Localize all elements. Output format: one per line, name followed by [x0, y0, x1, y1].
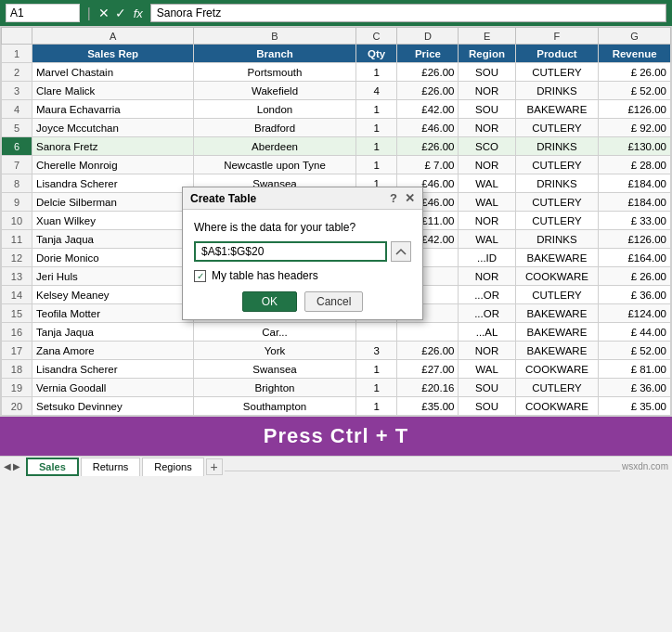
table-range-input[interactable]	[194, 241, 387, 262]
cell-revenue[interactable]: £ 35.00	[599, 397, 671, 416]
cell-revenue[interactable]: £ 26.00	[599, 267, 671, 286]
cell-price[interactable]	[397, 323, 459, 342]
cell-revenue[interactable]: £ 36.00	[599, 379, 671, 397]
col-header-f[interactable]: F	[515, 28, 599, 45]
cell-region[interactable]: ...AL	[459, 323, 515, 342]
cell-branch[interactable]: Aberdeen	[194, 137, 355, 156]
cell-product[interactable]: COOKWARE	[515, 397, 599, 416]
cell-region[interactable]: NOR	[459, 267, 515, 286]
cell-product[interactable]: BAKEWARE	[515, 249, 599, 267]
cell-revenue[interactable]: £ 44.00	[599, 323, 671, 342]
cell-branch[interactable]: Swansea	[194, 360, 355, 379]
cell-sales-rep[interactable]: Teofila Motter	[32, 304, 193, 323]
ok-button[interactable]: OK	[242, 291, 297, 312]
cancel-formula-icon[interactable]: ✕	[98, 6, 110, 20]
headers-checkbox[interactable]	[194, 270, 206, 282]
cell-revenue[interactable]: £ 36.00	[599, 286, 671, 304]
cell-qty[interactable]: 1	[355, 397, 397, 416]
cell-price[interactable]: £35.00	[397, 397, 459, 416]
cell-sales-rep[interactable]: Xuan Wilkey	[32, 212, 193, 230]
row-num-5[interactable]: 5	[2, 119, 32, 137]
cell-sales-rep[interactable]: Jeri Huls	[32, 267, 193, 286]
row-num-6[interactable]: 6	[2, 137, 32, 156]
col-header-c[interactable]: C	[355, 28, 397, 45]
cell-revenue[interactable]: £184.00	[599, 174, 671, 193]
cell-branch[interactable]: Southampton	[194, 397, 355, 416]
cell-sales-rep[interactable]: Lisandra Scherer	[32, 174, 193, 193]
cell-revenue[interactable]: £126.00	[599, 230, 671, 249]
header-product[interactable]: Product	[515, 45, 599, 63]
row-num-16[interactable]: 16	[2, 323, 32, 342]
cell-sales-rep[interactable]: Joyce Mccutchan	[32, 119, 193, 137]
cell-qty[interactable]: 3	[355, 342, 397, 360]
formula-input[interactable]: Sanora Fretz	[150, 4, 666, 22]
cell-product[interactable]: DRINKS	[515, 82, 599, 100]
cell-price[interactable]: £27.00	[397, 360, 459, 379]
cell-region[interactable]: SOU	[459, 63, 515, 82]
row-num-3[interactable]: 3	[2, 82, 32, 100]
row-num-9[interactable]: 9	[2, 193, 32, 212]
cell-product[interactable]: CUTLERY	[515, 119, 599, 137]
col-header-e[interactable]: E	[459, 28, 515, 45]
sheet-tab-regions[interactable]: Regions	[142, 458, 203, 476]
cell-qty[interactable]: 1	[355, 100, 397, 119]
row-num-12[interactable]: 12	[2, 249, 32, 267]
cell-qty[interactable]: 1	[355, 119, 397, 137]
row-num-10[interactable]: 10	[2, 212, 32, 230]
cell-price[interactable]: £26.00	[397, 82, 459, 100]
cell-branch[interactable]: Car...	[194, 323, 355, 342]
cell-qty[interactable]: 4	[355, 82, 397, 100]
cell-revenue[interactable]: £164.00	[599, 249, 671, 267]
cell-product[interactable]: DRINKS	[515, 137, 599, 156]
dialog-close-icon[interactable]: ✕	[405, 191, 415, 205]
cell-region[interactable]: SOU	[459, 379, 515, 397]
cell-qty[interactable]	[355, 323, 397, 342]
dialog-question-icon[interactable]: ?	[390, 191, 397, 205]
cell-sales-rep[interactable]: Setsuko Devinney	[32, 397, 193, 416]
confirm-formula-icon[interactable]: ✓	[115, 6, 126, 20]
cell-revenue[interactable]: £126.00	[599, 100, 671, 119]
cell-region[interactable]: WAL	[459, 360, 515, 379]
cell-branch[interactable]: Newcastle upon Tyne	[194, 156, 355, 174]
header-revenue[interactable]: Revenue	[599, 45, 671, 63]
row-num-8[interactable]: 8	[2, 174, 32, 193]
cell-product[interactable]: CUTLERY	[515, 286, 599, 304]
cell-product[interactable]: BAKEWARE	[515, 304, 599, 323]
cell-product[interactable]: DRINKS	[515, 230, 599, 249]
cell-price[interactable]: £26.00	[397, 137, 459, 156]
cell-branch[interactable]: Brighton	[194, 379, 355, 397]
cell-region[interactable]: SOU	[459, 100, 515, 119]
cell-region[interactable]: ...OR	[459, 304, 515, 323]
cell-region[interactable]: NOR	[459, 156, 515, 174]
cell-region[interactable]: NOR	[459, 342, 515, 360]
cell-sales-rep[interactable]: Clare Malick	[32, 82, 193, 100]
cell-product[interactable]: COOKWARE	[515, 360, 599, 379]
cell-region[interactable]: SOU	[459, 397, 515, 416]
cell-region[interactable]: ...OR	[459, 286, 515, 304]
header-region[interactable]: Region	[459, 45, 515, 63]
cell-product[interactable]: CUTLERY	[515, 212, 599, 230]
row-num-2[interactable]: 2	[2, 63, 32, 82]
cell-product[interactable]: CUTLERY	[515, 156, 599, 174]
header-branch[interactable]: Branch	[194, 45, 355, 63]
cell-sales-rep[interactable]: Tanja Jaqua	[32, 230, 193, 249]
cell-qty[interactable]: 1	[355, 379, 397, 397]
cell-sales-rep[interactable]: Zana Amore	[32, 342, 193, 360]
cell-qty[interactable]: 1	[355, 360, 397, 379]
cell-revenue[interactable]: £124.00	[599, 304, 671, 323]
cell-revenue[interactable]: £ 52.00	[599, 82, 671, 100]
cell-region[interactable]: WAL	[459, 174, 515, 193]
header-qty[interactable]: Qty	[355, 45, 397, 63]
cell-region[interactable]: NOR	[459, 212, 515, 230]
cell-sales-rep[interactable]: Kelsey Meaney	[32, 286, 193, 304]
cell-revenue[interactable]: £ 92.00	[599, 119, 671, 137]
cell-product[interactable]: BAKEWARE	[515, 100, 599, 119]
cell-sales-rep[interactable]: Dorie Monico	[32, 249, 193, 267]
cell-region[interactable]: NOR	[459, 82, 515, 100]
row-num-13[interactable]: 13	[2, 267, 32, 286]
cell-region[interactable]: NOR	[459, 119, 515, 137]
range-selector-button[interactable]	[391, 241, 411, 262]
row-num-18[interactable]: 18	[2, 360, 32, 379]
cell-sales-rep[interactable]: Maura Echavarria	[32, 100, 193, 119]
cell-revenue[interactable]: £130.00	[599, 137, 671, 156]
